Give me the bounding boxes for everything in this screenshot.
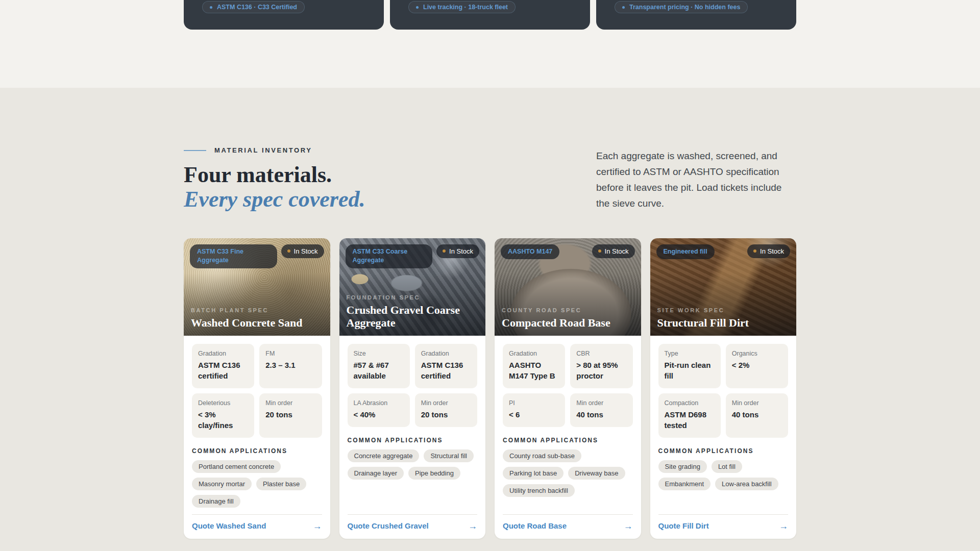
badge-row: Engineered fill In Stock [656,244,791,260]
application-tag: Drainage fill [192,495,240,508]
spec-label: Compaction [665,399,715,407]
spec-label: Gradation [509,350,559,357]
spec-tile: Gradation ASTM C136 certified [415,344,477,388]
common-applications-heading: COMMON APPLICATIONS [348,437,478,444]
arrow-right-icon[interactable]: → [779,521,788,531]
material-card-body: Size #57 & #67 available Gradation ASTM … [339,336,486,539]
quote-link[interactable]: Quote Fill Dirt [658,521,709,530]
spec-standard-badge: AASHTO M147 [501,244,559,260]
spec-value: < 40% [354,409,404,420]
stock-badge-label: In Stock [760,247,784,255]
arrow-right-icon[interactable]: → [468,521,477,531]
spec-label: Gradation [421,350,471,357]
section-header: MATERIAL INVENTORY Four materials. Every… [184,146,796,212]
badge-row: ASTM C33 Fine Aggregate In Stock [190,244,324,268]
spec-value: ASTM C136 certified [421,360,471,381]
spec-value: < 3% clay/fines [198,409,248,431]
stock-badge: In Stock [281,244,324,258]
spec-label: Min order [265,399,315,407]
arrow-right-icon[interactable]: → [624,521,633,531]
spec-tile: Organics < 2% [726,344,788,388]
spec-standard-badge: ASTM C33 Coarse Aggregate [346,244,433,268]
spec-value: ASTM C136 certified [198,360,248,381]
image-caption: FOUNDATION SPEC Crushed Gravel Coarse Ag… [347,294,479,330]
material-card-body: Gradation ASTM C136 certified FM 2.3 – 3… [184,336,330,539]
spec-grid: Size #57 & #67 available Gradation ASTM … [348,344,478,427]
material-cards-grid: ASTM C33 Fine Aggregate In Stock BATCH P… [184,238,796,539]
common-applications-heading: COMMON APPLICATIONS [658,447,789,455]
feature-card-tracking: Live tracking · 18-truck fleet [390,0,590,30]
quote-link[interactable]: Quote Road Base [503,521,567,530]
spec-tile: Deleterious < 3% clay/fines [192,393,254,438]
spec-value: 40 tons [576,409,626,420]
material-title: Structural Fill Dirt [657,316,790,330]
material-title: Compacted Road Base [502,316,634,330]
application-tags: Concrete aggregate Structural fill Drain… [348,449,478,480]
spec-tile: FM 2.3 – 3.1 [259,344,322,388]
quote-link[interactable]: Quote Crushed Gravel [348,521,429,530]
spec-grid: Type Pit-run clean fill Organics < 2% Co… [658,344,789,438]
spec-label: Size [354,350,404,357]
quote-row[interactable]: Quote Fill Dirt → [658,514,789,531]
spec-tile: Min order 20 tons [415,393,477,427]
application-tag: Concrete aggregate [348,449,420,462]
spec-value: ASTM D698 tested [665,409,715,431]
material-card: Engineered fill In Stock SITE WORK SPEC … [650,238,797,539]
spec-value: 2.3 – 3.1 [265,360,315,370]
headline-line1: Four materials. [184,162,332,187]
previous-section-strip: ASTM C136 · C33 Certified Live tracking … [0,0,980,88]
feature-badge: Transparent pricing · No hidden fees [615,1,748,13]
stock-dot-icon [753,249,756,253]
spec-grid: Gradation AASHTO M147 Type B CBR > 80 at… [503,344,633,427]
spec-value: > 80 at 95% proctor [576,360,626,381]
stock-badge: In Stock [592,244,635,258]
application-tag: Plaster base [256,478,306,490]
material-spec-eyebrow: BATCH PLANT SPEC [191,307,323,313]
spec-tile: Min order 20 tons [259,393,322,438]
material-title: Washed Concrete Sand [191,316,323,330]
application-tag: Driveway base [568,467,625,480]
spec-value: Pit-run clean fill [665,360,715,381]
spec-value: 20 tons [265,409,315,420]
material-title: Crushed Gravel Coarse Aggregate [347,304,479,330]
material-spec-eyebrow: COUNTY ROAD SPEC [502,307,634,313]
quote-row[interactable]: Quote Crushed Gravel → [348,514,478,531]
material-photo: AASHTO M147 In Stock COUNTY ROAD SPEC Co… [495,238,641,336]
spec-tile: Gradation ASTM C136 certified [192,344,254,388]
spec-value: AASHTO M147 Type B [509,360,559,381]
application-tag: Low-area backfill [715,478,778,490]
page-title: Four materials. Every spec covered. [184,163,365,212]
arrow-right-icon[interactable]: → [313,521,322,531]
application-tag: Utility trench backfill [503,484,575,497]
feature-badge-label: ASTM C136 · C33 Certified [217,4,297,11]
image-caption: SITE WORK SPEC Structural Fill Dirt [657,307,790,330]
application-tag: Masonry mortar [192,478,252,490]
material-photo: ASTM C33 Fine Aggregate In Stock BATCH P… [184,238,330,336]
material-card-body: Gradation AASHTO M147 Type B CBR > 80 at… [495,336,641,539]
stock-badge-label: In Stock [605,247,629,255]
spec-value: 40 tons [732,409,782,420]
eyebrow-rule [184,150,206,151]
material-card: AASHTO M147 In Stock COUNTY ROAD SPEC Co… [495,238,641,539]
spec-tile: Min order 40 tons [570,393,632,427]
stock-dot-icon [598,249,601,253]
spec-standard-badge: Engineered fill [656,244,715,260]
quote-row[interactable]: Quote Washed Sand → [192,514,322,531]
material-spec-eyebrow: FOUNDATION SPEC [347,294,479,300]
stock-badge-label: In Stock [294,247,318,255]
headline-line2: Every spec covered. [184,187,365,212]
spec-tile: PI < 6 [503,393,565,427]
material-card-body: Type Pit-run clean fill Organics < 2% Co… [650,336,797,539]
material-spec-eyebrow: SITE WORK SPEC [657,307,790,313]
quote-row[interactable]: Quote Road Base → [503,514,633,531]
application-tags: Site grading Lot fill Embankment Low-are… [658,460,789,490]
feature-badge-label: Live tracking · 18-truck fleet [423,4,508,11]
stock-dot-icon [287,249,290,253]
spec-label: Min order [576,399,626,407]
spec-label: PI [509,399,559,407]
image-caption: COUNTY ROAD SPEC Compacted Road Base [502,307,634,330]
spec-label: Min order [421,399,471,407]
spec-value: < 2% [732,360,782,370]
badge-row: AASHTO M147 In Stock [501,244,635,260]
quote-link[interactable]: Quote Washed Sand [192,521,266,530]
